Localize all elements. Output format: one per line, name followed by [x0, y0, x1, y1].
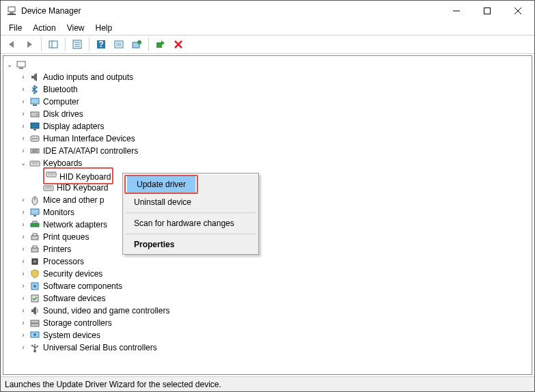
menu-view[interactable]: View	[61, 22, 90, 34]
svg-rect-27	[31, 112, 39, 117]
printer-icon	[29, 244, 40, 255]
chevron-right-icon[interactable]: ›	[18, 97, 28, 107]
help-icon[interactable]: ?	[93, 36, 109, 53]
ctx-scan-hardware[interactable]: Scan for hardware changes	[124, 215, 257, 232]
context-menu: Update driver Uninstall device Scan for …	[122, 173, 259, 255]
device-tree: ⌄ ›Audio inputs and outputs›Bluetooth›Co…	[3, 56, 532, 356]
chevron-right-icon[interactable]: ›	[18, 232, 28, 242]
security-icon	[29, 268, 40, 279]
svg-rect-16	[116, 42, 122, 46]
display-icon	[29, 121, 40, 132]
ctx-properties[interactable]: Properties	[124, 236, 257, 253]
tree-node-label: Audio inputs and outputs	[43, 71, 133, 83]
mouse-icon	[29, 195, 40, 206]
tree-node[interactable]: ›Security devices	[18, 268, 530, 280]
properties-icon[interactable]	[69, 36, 85, 53]
tree-node[interactable]: ›Software devices	[18, 292, 530, 305]
tree-node-label: Software components	[43, 280, 122, 292]
svg-rect-53	[31, 236, 38, 240]
tree-node[interactable]: ›Processors	[18, 255, 530, 268]
tree-node[interactable]: ›Mice and other p	[18, 194, 530, 206]
back-arrow-icon[interactable]	[3, 36, 20, 53]
chevron-right-icon[interactable]: ›	[18, 294, 28, 303]
menu-file[interactable]: File	[3, 22, 27, 34]
chevron-right-icon[interactable]: ›	[18, 343, 28, 352]
uninstall-icon[interactable]	[152, 36, 169, 53]
svg-point-28	[36, 114, 38, 115]
scan-icon[interactable]	[111, 36, 127, 53]
chevron-right-icon[interactable]: ›	[18, 85, 28, 94]
toolbar-separator	[41, 38, 42, 51]
show-hide-tree-icon[interactable]	[45, 36, 61, 53]
svg-rect-49	[31, 209, 39, 214]
update-driver-icon[interactable]	[128, 36, 145, 53]
tree-node-label: Network adapters	[43, 219, 107, 231]
tree-node[interactable]: ›Storage controllers	[18, 317, 530, 329]
speaker-icon	[29, 72, 40, 83]
tree-node[interactable]: ›Computer	[18, 96, 530, 108]
svg-rect-50	[33, 215, 36, 216]
svg-point-18	[137, 40, 141, 44]
chevron-right-icon[interactable]: ›	[18, 257, 28, 266]
tree-node[interactable]: ›Human Interface Devices	[18, 132, 530, 145]
svg-rect-2	[8, 14, 16, 15]
tree-leaf[interactable]: HID Keyboard	[32, 182, 530, 194]
chevron-right-icon[interactable]: ›	[18, 195, 28, 205]
menubar: File Action View Help	[1, 21, 534, 35]
tree-node[interactable]: ›Network adapters	[18, 219, 530, 231]
tree-node[interactable]: ›Audio inputs and outputs	[18, 71, 530, 83]
svg-point-34	[36, 138, 38, 139]
expander-icon[interactable]: ⌄	[5, 60, 14, 70]
tree-node[interactable]: ›Bluetooth	[18, 83, 530, 96]
chevron-right-icon[interactable]: ›	[18, 306, 28, 316]
computer-icon	[29, 96, 40, 107]
chevron-right-icon[interactable]: ›	[18, 146, 28, 156]
menu-help[interactable]: Help	[90, 22, 118, 34]
keyboard-icon	[43, 182, 54, 193]
tree-node[interactable]: ›Monitors	[18, 206, 530, 219]
titlebar: Device Manager	[1, 1, 534, 21]
storage-icon	[29, 318, 40, 328]
tree-node[interactable]: ›Sound, video and game controllers	[18, 305, 530, 317]
tree-node[interactable]: ›Print queues	[18, 231, 530, 243]
maximize-button[interactable]	[471, 1, 502, 21]
chevron-right-icon[interactable]: ›	[18, 318, 28, 328]
svg-rect-22	[17, 61, 25, 67]
tree-node[interactable]: ›Universal Serial Bus controllers	[18, 341, 530, 354]
forward-arrow-icon[interactable]	[21, 36, 38, 53]
disable-icon[interactable]	[170, 36, 187, 53]
chevron-right-icon[interactable]: ›	[18, 208, 28, 217]
minimize-button[interactable]	[441, 1, 471, 21]
tree-node[interactable]: ›IDE ATA/ATAPI controllers	[18, 145, 530, 157]
tree-node[interactable]: ›Disk drives	[18, 108, 530, 120]
chevron-right-icon[interactable]: ›	[18, 72, 28, 82]
usb-icon	[29, 342, 40, 353]
chevron-right-icon[interactable]: ›	[18, 134, 28, 143]
chevron-down-icon[interactable]: ⌄	[18, 158, 28, 168]
chevron-right-icon[interactable]: ›	[18, 109, 28, 119]
tree-node[interactable]: ›Printers	[18, 243, 530, 255]
window-controls	[441, 1, 533, 21]
tree-node[interactable]: ›Display adapters	[18, 120, 530, 132]
menu-action[interactable]: Action	[27, 22, 61, 34]
system-icon	[29, 330, 40, 341]
tree-node[interactable]: ›System devices	[18, 329, 530, 341]
chevron-right-icon[interactable]: ›	[18, 220, 28, 229]
tree-leaf[interactable]: HID Keyboard	[32, 169, 530, 182]
chevron-right-icon[interactable]: ›	[18, 331, 28, 340]
monitor-icon	[29, 207, 40, 218]
chevron-right-icon[interactable]: ›	[18, 244, 28, 254]
tree-root[interactable]: ⌄	[5, 59, 530, 71]
svg-rect-64	[31, 324, 39, 326]
chevron-right-icon[interactable]: ›	[18, 269, 28, 279]
ctx-uninstall-device[interactable]: Uninstall device	[124, 194, 257, 210]
tree-node[interactable]: ›Software components	[18, 280, 530, 292]
svg-rect-55	[31, 248, 38, 252]
chevron-right-icon[interactable]: ›	[18, 281, 28, 291]
tree-node-label: System devices	[43, 329, 100, 341]
close-button[interactable]	[502, 1, 533, 21]
svg-rect-54	[33, 234, 37, 236]
expander-placeholder	[32, 171, 42, 180]
ctx-update-driver[interactable]: Update driver	[127, 176, 195, 193]
chevron-right-icon[interactable]: ›	[18, 122, 28, 131]
